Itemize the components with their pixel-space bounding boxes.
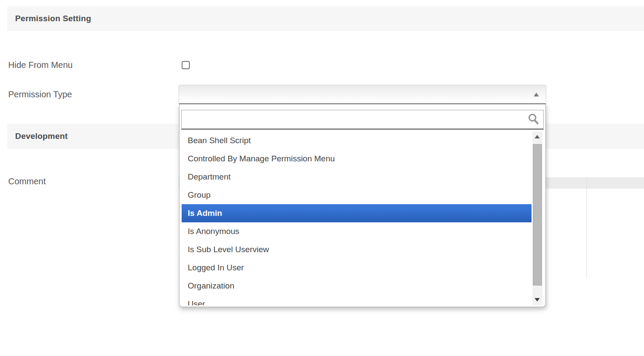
dropdown-option[interactable]: Is Sub Level Userview	[182, 241, 532, 259]
dropdown-option[interactable]: Department	[182, 168, 532, 186]
permission-type-dropdown: Bean Shell ScriptControlled By Manage Pe…	[179, 103, 546, 307]
dropdown-search-input[interactable]	[181, 110, 544, 130]
scrollbar-thumb[interactable]	[533, 144, 542, 285]
dropdown-option[interactable]: User	[182, 295, 532, 305]
dropdown-option[interactable]: Is Admin	[182, 204, 532, 222]
permission-type-select[interactable]	[179, 85, 546, 104]
search-icon	[527, 113, 539, 126]
dropdown-option[interactable]: Group	[182, 186, 532, 204]
comment-field-divider	[586, 177, 587, 279]
dropdown-option-list: Bean Shell ScriptControlled By Manage Pe…	[181, 131, 532, 305]
dropdown-scrollbar[interactable]	[532, 131, 542, 305]
dropdown-search-wrap	[181, 110, 544, 130]
hide-from-menu-label: Hide From Menu	[8, 60, 73, 70]
section-title: Development	[15, 131, 68, 141]
dropdown-option[interactable]: Controlled By Manage Permission Menu	[182, 150, 532, 168]
dropdown-option[interactable]: Is Anonymous	[182, 222, 532, 241]
dropdown-option[interactable]: Organization	[182, 277, 532, 295]
chevron-up-icon	[534, 93, 539, 96]
dropdown-option[interactable]: Logged In User	[182, 259, 532, 277]
permission-type-label: Permission Type	[8, 90, 72, 99]
section-title: Permission Setting	[15, 14, 91, 23]
scroll-up-icon[interactable]	[532, 131, 542, 142]
scroll-down-icon[interactable]	[532, 295, 542, 305]
hide-from-menu-checkbox[interactable]	[182, 61, 190, 69]
comment-label: Comment	[8, 176, 46, 186]
dropdown-option[interactable]: Bean Shell Script	[182, 131, 532, 150]
section-header-permission-setting: Permission Setting	[7, 6, 644, 31]
